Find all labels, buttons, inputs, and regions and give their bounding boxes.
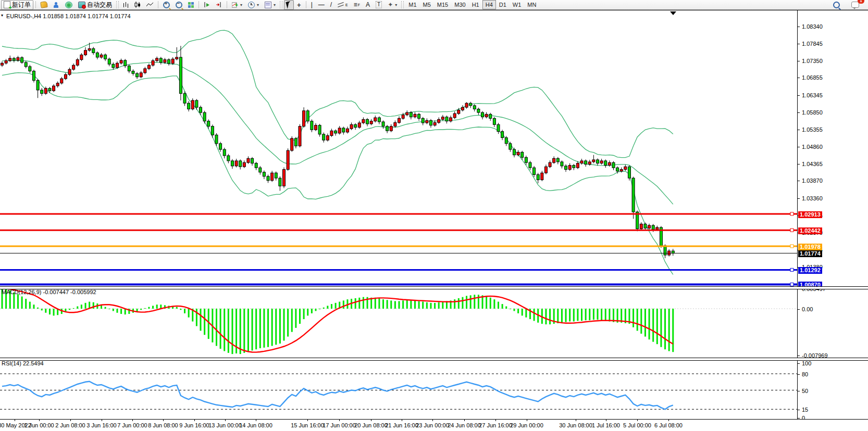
candlestick xyxy=(215,135,218,144)
auto-scroll-button[interactable] xyxy=(201,0,213,10)
candlestick xyxy=(544,167,547,173)
candlestick xyxy=(469,103,472,106)
candlestick xyxy=(263,172,265,176)
periods-button[interactable]: ▾ xyxy=(245,0,262,10)
macd-histogram-bar xyxy=(668,309,670,351)
channel-tool-button[interactable]: E xyxy=(335,0,351,10)
community-button[interactable] xyxy=(51,0,62,10)
chart-shift-button[interactable] xyxy=(213,0,225,10)
candlestick xyxy=(628,167,630,178)
candlestick xyxy=(537,174,539,180)
candlestick xyxy=(541,173,543,180)
candlestick xyxy=(112,64,115,68)
macd-histogram-bar xyxy=(148,307,150,309)
macd-histogram-bar xyxy=(188,309,190,318)
line-handle[interactable] xyxy=(790,229,793,232)
text-label-icon: T xyxy=(376,1,382,8)
candlestick xyxy=(223,149,226,156)
macd-histogram-bar xyxy=(569,309,571,322)
line-chart-button[interactable] xyxy=(144,0,156,10)
candlestick xyxy=(24,62,27,67)
templates-button[interactable]: ▾ xyxy=(262,0,278,10)
macd-histogram-bar xyxy=(498,302,499,309)
main-price-chart[interactable] xyxy=(0,10,797,286)
candlestick xyxy=(56,83,59,86)
candlestick xyxy=(588,162,591,164)
trendline-tool-button[interactable]: / xyxy=(328,0,334,10)
time-axis-tick xyxy=(102,420,102,421)
macd-histogram-bar xyxy=(17,294,19,309)
line-handle[interactable] xyxy=(790,245,793,248)
line-handle[interactable] xyxy=(790,212,793,216)
candlestick-icon xyxy=(134,2,141,8)
macd-histogram-bar xyxy=(319,309,320,309)
new-order-button[interactable]: 新订单 xyxy=(1,0,33,10)
horizontal-line-tool-button[interactable]: — xyxy=(316,0,327,10)
macd-histogram-bar xyxy=(502,304,503,309)
zoom-out-button[interactable] xyxy=(173,0,185,10)
time-axis-tick xyxy=(576,420,576,421)
axis-tick xyxy=(798,27,800,27)
timeframe-button-W1[interactable]: W1 xyxy=(510,0,525,9)
text-tool-button[interactable]: A xyxy=(363,0,373,10)
chart-menu-arrow[interactable]: ▾ xyxy=(1,13,3,18)
macd-histogram-bar xyxy=(399,301,400,309)
tile-windows-button[interactable] xyxy=(185,0,196,10)
indicators-button[interactable]: + ▾ xyxy=(229,0,245,10)
vertical-line-tool-button[interactable]: | xyxy=(308,0,315,10)
time-axis-label: 13 Jun 00:00 xyxy=(208,422,242,428)
macd-histogram-bar xyxy=(649,309,650,339)
candlestick xyxy=(438,119,440,122)
candlestick xyxy=(128,66,130,71)
time-axis-label: 8 Jun 08:00 xyxy=(148,422,178,428)
candlestick xyxy=(21,58,23,62)
candlestick xyxy=(453,113,456,118)
text-label-tool-button[interactable]: T xyxy=(373,0,385,10)
shapes-tool-button[interactable]: ✦▾ xyxy=(385,0,400,10)
crosshair-tool-button[interactable]: + xyxy=(294,0,304,10)
candlestick xyxy=(561,162,563,166)
macd-histogram-bar xyxy=(549,309,551,324)
timeframe-button-M30[interactable]: M30 xyxy=(451,0,468,9)
timeframe-button-M15[interactable]: M15 xyxy=(434,0,451,9)
timeframe-button-M5[interactable]: M5 xyxy=(420,0,434,9)
candlestick xyxy=(421,118,424,123)
candlestick xyxy=(565,166,567,170)
time-axis-label: 29 Jun 00:00 xyxy=(510,422,543,428)
chart-shift-marker[interactable] xyxy=(670,11,676,15)
search-button[interactable] xyxy=(830,0,842,10)
macd-histogram-bar xyxy=(442,302,443,309)
fibonacci-tool-button[interactable]: ≡F xyxy=(351,0,363,10)
news-button[interactable] xyxy=(63,0,75,10)
market-watch-button[interactable] xyxy=(38,0,50,10)
notifications-button[interactable]: 1 xyxy=(849,0,862,10)
time-axis-label: 24 Jun 08:00 xyxy=(448,422,481,428)
macd-histogram-bar xyxy=(255,309,257,349)
candlestick xyxy=(1,63,4,65)
panel-splitter[interactable] xyxy=(0,286,868,289)
timeframe-button-M1[interactable]: M1 xyxy=(405,0,419,9)
cursor-tool-button[interactable] xyxy=(284,0,294,10)
candlestick xyxy=(80,55,83,59)
timeframe-button-H4[interactable]: H4 xyxy=(482,0,496,9)
macd-panel[interactable] xyxy=(0,288,797,358)
macd-histogram-bar xyxy=(522,309,523,315)
candle-chart-button[interactable] xyxy=(132,0,143,10)
price-line-badge: 1.01774 xyxy=(798,250,822,257)
timeframe-button-D1[interactable]: D1 xyxy=(496,0,510,9)
line-handle[interactable] xyxy=(790,283,793,286)
timeframe-button-H1[interactable]: H1 xyxy=(469,0,482,9)
time-axis[interactable]: 30 May 20221 Jun 00:002 Jun 08:003 Jun 1… xyxy=(0,419,868,431)
panel-splitter[interactable] xyxy=(0,358,868,361)
rsi-line xyxy=(2,382,673,410)
time-axis-tick xyxy=(339,420,340,421)
auto-trading-button[interactable]: 自动交易 xyxy=(76,0,115,10)
macd-histogram-bar xyxy=(287,309,289,337)
bar-chart-button[interactable] xyxy=(120,0,131,10)
candlestick xyxy=(100,55,103,57)
timeframe-button-MN[interactable]: MN xyxy=(524,0,539,9)
zoom-in-button[interactable] xyxy=(160,0,172,10)
line-handle[interactable] xyxy=(790,268,793,271)
rsi-panel[interactable] xyxy=(0,360,797,419)
time-axis-label: 6 Jul 08:00 xyxy=(654,422,683,428)
